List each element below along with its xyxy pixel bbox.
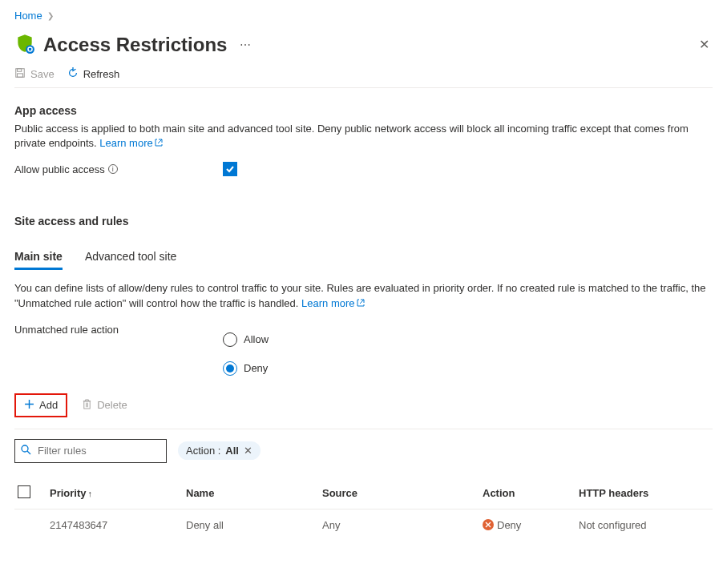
add-button[interactable]: Add	[14, 393, 67, 417]
table-row[interactable]: 2147483647 Deny all Any Deny Not configu…	[14, 509, 713, 541]
filter-input-container[interactable]	[14, 439, 167, 463]
header-action[interactable]: Action	[479, 477, 576, 509]
radio-deny-label: Deny	[244, 362, 268, 374]
sort-asc-icon: ↑	[88, 489, 93, 498]
delete-label: Delete	[97, 399, 127, 411]
page-title: Access Restrictions	[43, 34, 227, 56]
search-icon	[20, 444, 31, 457]
svg-rect-4	[18, 74, 23, 77]
breadcrumb-home-link[interactable]: Home	[14, 10, 42, 22]
external-link-icon	[357, 296, 365, 304]
unmatched-rule-label: Unmatched rule action	[14, 324, 223, 336]
tab-main-site[interactable]: Main site	[14, 250, 63, 270]
deny-icon	[483, 519, 494, 530]
app-access-heading: App access	[14, 104, 713, 117]
tab-advanced-tool-site[interactable]: Advanced tool site	[85, 250, 176, 270]
svg-point-6	[22, 445, 28, 452]
add-label: Add	[39, 399, 58, 411]
learn-more-link-rules[interactable]: Learn more	[301, 297, 364, 309]
external-link-icon	[155, 136, 163, 144]
breadcrumb: Home ❯	[14, 10, 713, 22]
learn-more-link[interactable]: Learn more	[99, 137, 162, 149]
allow-public-access-label: Allow public access i	[14, 163, 223, 175]
header-priority[interactable]: Priority↑	[46, 477, 183, 509]
radio-deny[interactable]: Deny	[223, 361, 713, 376]
header-select-all[interactable]	[14, 477, 46, 509]
refresh-button[interactable]: Refresh	[67, 67, 120, 81]
refresh-label: Refresh	[83, 68, 120, 80]
app-access-description: Public access is applied to both main si…	[14, 122, 712, 151]
svg-rect-1	[29, 48, 31, 50]
allow-public-access-checkbox[interactable]	[223, 162, 237, 176]
cell-name: Deny all	[183, 509, 319, 541]
unmatched-rule-radio-group: Allow Deny	[223, 332, 713, 376]
svg-rect-3	[18, 69, 22, 72]
command-bar: Save Refresh	[14, 56, 713, 88]
cell-http: Not configured	[576, 509, 713, 541]
site-rules-heading: Site access and rules	[14, 215, 713, 228]
plus-icon	[24, 399, 34, 412]
site-rules-tabs: Main site Advanced tool site	[14, 250, 713, 270]
rules-table: Priority↑ Name Source Action HTTP header…	[14, 477, 713, 541]
action-filter-pill[interactable]: Action : All ✕	[178, 441, 261, 460]
filter-pill-label: Action :	[186, 445, 220, 457]
save-icon	[14, 67, 26, 81]
save-label: Save	[30, 68, 55, 80]
trash-icon	[82, 399, 92, 412]
allow-public-access-row: Allow public access i	[14, 162, 713, 176]
refresh-icon	[67, 67, 79, 81]
checkmark-icon	[225, 164, 235, 174]
cell-priority: 2147483647	[46, 509, 183, 541]
site-rules-description: You can define lists of allow/deny rules…	[14, 281, 712, 310]
header-name[interactable]: Name	[183, 477, 319, 509]
rules-command-bar: Add Delete	[14, 393, 713, 417]
close-button[interactable]: ✕	[696, 34, 713, 55]
header-http[interactable]: HTTP headers	[576, 477, 713, 509]
chevron-right-icon: ❯	[47, 11, 54, 20]
clear-filter-icon[interactable]: ✕	[244, 445, 252, 457]
shield-icon	[14, 33, 35, 56]
filter-row: Action : All ✕	[14, 429, 713, 463]
svg-rect-5	[84, 401, 90, 409]
radio-allow-label: Allow	[244, 333, 269, 345]
header-source[interactable]: Source	[319, 477, 479, 509]
cell-source: Any	[319, 509, 479, 541]
cell-action: Deny	[479, 509, 576, 541]
radio-icon-selected	[223, 361, 237, 376]
more-menu-icon[interactable]: ⋯	[240, 38, 252, 51]
radio-allow[interactable]: Allow	[223, 332, 713, 347]
delete-button: Delete	[82, 399, 127, 412]
info-icon[interactable]: i	[108, 164, 118, 174]
filter-pill-value: All	[225, 445, 239, 457]
save-button: Save	[14, 67, 55, 81]
radio-icon	[223, 332, 237, 347]
filter-rules-input[interactable]	[36, 444, 161, 457]
select-all-checkbox[interactable]	[18, 485, 30, 498]
page-header: Access Restrictions ⋯ ✕	[14, 33, 713, 56]
